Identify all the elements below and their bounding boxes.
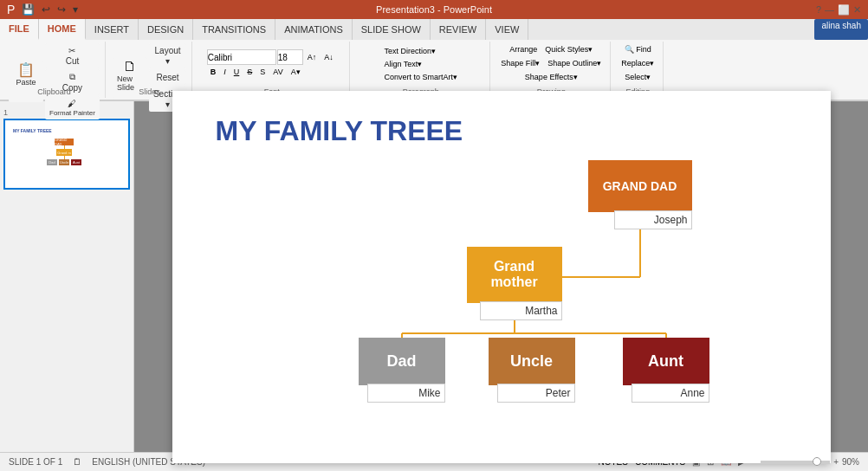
ribbon-group-slides: 🗋 New Slide Layout▾ Reset Section▾ Slide…: [107, 42, 192, 98]
thumb-granddad: GRAND DAD: [55, 139, 74, 145]
granddad-name: Joseph: [654, 214, 688, 226]
select-button[interactable]: Select▾: [621, 71, 654, 83]
dad-name: Mike: [418, 387, 440, 399]
tab-review[interactable]: REVIEW: [431, 19, 486, 40]
grandmom-name-box: Martha: [480, 301, 562, 320]
para-row-1: Text Direction▾: [381, 45, 462, 57]
qat-more[interactable]: ▾: [71, 3, 80, 16]
restore-btn[interactable]: ⬜: [838, 4, 850, 16]
font-color-button[interactable]: A▾: [288, 66, 304, 78]
shape-effects-button[interactable]: Shape Effects▾: [521, 71, 581, 83]
layout-label: Layout: [155, 46, 181, 55]
ribbon-group-paragraph: Text Direction▾ Align Text▾ Convert to S…: [352, 42, 490, 98]
font-size-increase[interactable]: A↑: [304, 51, 321, 63]
qat-redo[interactable]: ↪: [55, 3, 68, 16]
paste-icon: 📋: [17, 63, 35, 77]
paste-label: Paste: [16, 78, 36, 87]
aunt-name: Anne: [680, 387, 704, 399]
aunt-node[interactable]: Aunt: [623, 338, 709, 385]
replace-button[interactable]: Replace▾: [618, 57, 657, 69]
dad-node[interactable]: Dad: [359, 338, 445, 385]
user-badge: alina shah: [814, 19, 868, 40]
zoom-thumb: [813, 457, 821, 466]
align-text-button[interactable]: Align Text▾: [381, 58, 426, 70]
paragraph-controls: Text Direction▾ Align Text▾ Convert to S…: [381, 45, 462, 83]
shape-outline-button[interactable]: Shape Outline▾: [544, 57, 605, 69]
font-row-1: A↑ A↓: [207, 49, 337, 65]
slide-thumbnail-1[interactable]: MY FAMILY TREEE GRAND DAD Grand m Dad Un…: [3, 119, 130, 190]
slide-area: MY FAMILY TREEE: [134, 101, 868, 452]
qat-save[interactable]: 💾: [20, 3, 36, 16]
thumb-tree: GRAND DAD Grand m Dad Uncle Aunt: [47, 139, 81, 165]
ribbon-group-editing: 🔍 Find Replace▾ Select▾ Editing: [612, 42, 664, 98]
font-row-2: B I U S S AV A▾: [207, 66, 337, 78]
qat-undo[interactable]: ↩: [40, 3, 52, 16]
shadow-button[interactable]: S: [256, 66, 269, 78]
font-size-input[interactable]: [277, 49, 303, 65]
font-family-input[interactable]: [207, 49, 276, 65]
italic-button[interactable]: I: [220, 66, 230, 78]
grandmom-node[interactable]: Grand mother: [467, 247, 562, 303]
shape-fill-button[interactable]: Shape Fill▾: [497, 57, 543, 69]
font-size-decrease[interactable]: A↓: [321, 51, 337, 63]
granddad-name-box: Joseph: [614, 210, 692, 229]
tab-insert[interactable]: INSERT: [86, 19, 139, 40]
close-btn[interactable]: ✕: [853, 4, 861, 16]
format-painter-icon: 🖌: [68, 99, 76, 108]
strikethrough-button[interactable]: S: [243, 66, 256, 78]
slide-title: MY FAMILY TREEE: [216, 115, 463, 147]
thumb-aunt: Aunt: [71, 159, 81, 165]
zoom-in-icon[interactable]: +: [833, 457, 839, 467]
tab-view[interactable]: VIEW: [486, 19, 528, 40]
para-row-2: Align Text▾: [381, 58, 462, 70]
para-row-3: Convert to SmartArt▾: [381, 71, 462, 83]
dad-name-box: Mike: [367, 384, 445, 403]
tree-container: GRAND DAD Joseph Grand mother Martha Dad: [172, 152, 831, 463]
thumb-title: MY FAMILY TREEE: [13, 128, 52, 133]
ribbon: FILE HOME INSERT DESIGN TRANSITIONS ANIM…: [0, 19, 868, 101]
help-icon[interactable]: ?: [816, 4, 821, 15]
tab-file[interactable]: FILE: [0, 19, 39, 40]
ribbon-group-drawing: Arrange Quick Styles▾ Shape Fill▾ Shape …: [492, 42, 611, 98]
granddad-node[interactable]: GRAND DAD: [588, 160, 692, 212]
layout-button[interactable]: Layout▾: [149, 43, 186, 68]
thumb-grandmom: Grand m: [56, 149, 72, 156]
text-direction-button[interactable]: Text Direction▾: [381, 45, 440, 57]
uncle-name: Peter: [546, 387, 571, 399]
clipboard-group-label: Clipboard: [37, 87, 71, 96]
tab-transitions[interactable]: TRANSITIONS: [193, 19, 275, 40]
format-painter-button[interactable]: 🖌 Format Painter: [45, 96, 100, 119]
reset-button[interactable]: Reset: [149, 70, 186, 85]
convert-smartart-button[interactable]: Convert to SmartArt▾: [381, 71, 462, 83]
ribbon-tabs: FILE HOME INSERT DESIGN TRANSITIONS ANIM…: [0, 19, 868, 40]
new-slide-icon: 🗋: [123, 60, 137, 74]
minimize-btn[interactable]: —: [825, 4, 834, 15]
bold-button[interactable]: B: [207, 66, 220, 78]
font-spacing-button[interactable]: AV: [269, 66, 286, 78]
zoom-level: 90%: [842, 457, 859, 467]
title-bar-right: ? — ⬜ ✕: [816, 4, 861, 16]
cut-button[interactable]: ✂ Cut: [45, 43, 100, 68]
tab-slideshow[interactable]: SLIDE SHOW: [353, 19, 431, 40]
dad-label: Dad: [386, 352, 416, 371]
slide[interactable]: MY FAMILY TREEE: [172, 91, 831, 463]
arrange-button[interactable]: Arrange: [506, 43, 541, 55]
aunt-label: Aunt: [648, 352, 683, 371]
find-button[interactable]: 🔍 Find: [621, 43, 655, 55]
underline-button[interactable]: U: [230, 66, 243, 78]
window-title: Presentation3 - PowerPoint: [376, 4, 492, 15]
zoom-slider[interactable]: [761, 461, 830, 464]
drawing-row-1: Arrange Quick Styles▾: [506, 43, 596, 55]
tab-home[interactable]: HOME: [39, 19, 86, 40]
reset-label: Reset: [157, 73, 179, 82]
quick-styles-button[interactable]: Quick Styles▾: [541, 43, 596, 55]
slide-info: SLIDE 1 OF 1: [9, 457, 62, 467]
aunt-name-box: Anne: [632, 384, 709, 403]
format-painter-label: Format Painter: [49, 109, 95, 117]
uncle-node[interactable]: Uncle: [489, 338, 575, 385]
thumb-row-3: Dad Uncle Aunt: [47, 159, 81, 165]
drawing-row-3: Shape Effects▾: [521, 71, 581, 83]
tab-design[interactable]: DESIGN: [139, 19, 193, 40]
tab-animations[interactable]: ANIMATIONS: [275, 19, 353, 40]
thumb-dad: Dad: [47, 159, 57, 165]
